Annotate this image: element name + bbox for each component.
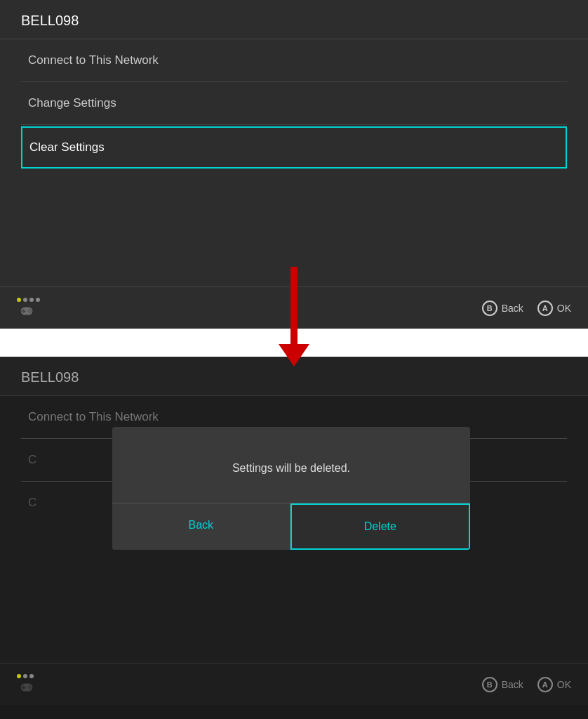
dot-1 — [17, 298, 21, 302]
controller-dots — [17, 298, 40, 302]
bottom-ok-button-key: A — [537, 677, 553, 692]
bottom-nav-buttons: B Back A OK — [482, 677, 571, 692]
svg-point-5 — [28, 310, 29, 311]
top-menu-list: Connect to This Network Change Settings … — [0, 39, 588, 169]
arrow-head — [279, 344, 309, 367]
confirmation-dialog: Settings will be deleted. Back Delete — [112, 427, 470, 550]
ok-button-key: A — [537, 301, 553, 316]
bottom-dot-2 — [23, 674, 27, 678]
change-settings-item[interactable]: Change Settings — [21, 82, 567, 125]
top-panel-title: BELL098 — [0, 0, 588, 39]
dialog-delete-button[interactable]: Delete — [290, 503, 471, 550]
ok-button[interactable]: A OK — [537, 301, 571, 316]
back-button-key: B — [482, 301, 497, 316]
dialog-buttons: Back Delete — [112, 503, 470, 550]
dot-2 — [23, 298, 27, 302]
svg-point-4 — [31, 310, 32, 311]
ok-label: OK — [557, 303, 571, 314]
svg-rect-9 — [21, 687, 25, 688]
arrow-indicator — [279, 267, 309, 367]
nav-buttons: B Back A OK — [482, 301, 571, 316]
bottom-controller-section — [17, 674, 36, 695]
bottom-nav-bar: B Back A OK — [0, 663, 588, 705]
dot-3 — [29, 298, 34, 302]
svg-point-3 — [29, 308, 31, 310]
connect-network-item[interactable]: Connect to This Network — [21, 39, 567, 82]
bottom-panel: BELL098 Connect to This Network C C Sett… — [0, 357, 588, 705]
svg-point-10 — [29, 685, 31, 686]
bottom-back-label: Back — [502, 679, 523, 690]
controller-icon — [17, 303, 36, 319]
bottom-controller-dots — [17, 674, 34, 678]
bottom-controller-icon — [17, 680, 36, 695]
controller-section — [17, 298, 40, 319]
bottom-back-button[interactable]: B Back — [482, 677, 523, 692]
svg-point-13 — [29, 688, 31, 690]
bottom-ok-button[interactable]: A OK — [537, 677, 571, 692]
svg-rect-2 — [21, 310, 25, 312]
bottom-ok-label: OK — [557, 679, 571, 690]
dialog-message: Settings will be deleted. — [112, 427, 470, 503]
bottom-dot-1 — [17, 674, 21, 678]
back-label: Back — [502, 303, 523, 314]
svg-point-6 — [29, 312, 31, 313]
bottom-back-button-key: B — [482, 677, 497, 692]
back-button[interactable]: B Back — [482, 301, 523, 316]
arrow-shaft — [290, 267, 298, 344]
clear-settings-item[interactable]: Clear Settings — [21, 126, 567, 169]
dot-4 — [36, 298, 40, 302]
svg-point-11 — [31, 686, 32, 687]
svg-point-12 — [28, 686, 29, 687]
bottom-dot-3 — [29, 674, 34, 678]
dialog-back-button[interactable]: Back — [112, 503, 290, 550]
